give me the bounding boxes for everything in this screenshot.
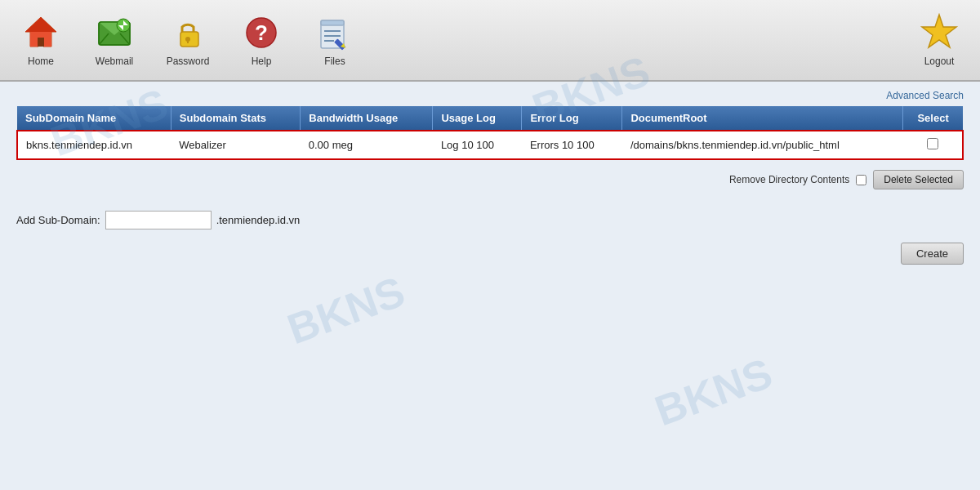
logout-icon: [920, 13, 959, 52]
cell-subdomain-name: bkns.tenmiendep.id.vn: [17, 131, 171, 159]
remove-directory-checkbox[interactable]: [856, 175, 866, 185]
subdomain-table: SubDomain Name Subdomain Stats Bandwidth…: [16, 106, 964, 160]
files-icon: [315, 13, 354, 52]
nav-item-logout[interactable]: Logout: [915, 13, 964, 67]
svg-rect-19: [324, 40, 334, 42]
password-icon: [168, 13, 207, 52]
cell-select[interactable]: [903, 131, 963, 159]
nav-item-help[interactable]: ? Help: [237, 13, 286, 67]
home-label: Home: [28, 56, 54, 67]
create-button[interactable]: Create: [901, 243, 964, 265]
password-label: Password: [167, 56, 210, 67]
home-icon: [21, 13, 60, 52]
subdomain-suffix: .tenmiendep.id.vn: [216, 214, 301, 226]
logout-label: Logout: [924, 56, 955, 67]
row-select-checkbox[interactable]: [927, 138, 938, 149]
cell-usage-log: Log 10 100: [433, 131, 522, 159]
col-usage-log: Usage Log: [433, 106, 522, 131]
top-nav: Home Webmail Password: [0, 0, 980, 82]
create-row: Create: [16, 243, 964, 265]
cell-subdomain-stats: Webalizer: [171, 131, 301, 159]
webmail-icon: [95, 13, 134, 52]
col-subdomain-stats: Subdomain Stats: [171, 106, 301, 131]
svg-marker-22: [922, 15, 956, 47]
col-error-log: Error Log: [522, 106, 622, 131]
svg-rect-4: [38, 38, 44, 47]
help-icon: ?: [242, 13, 281, 52]
svg-text:?: ?: [255, 20, 268, 45]
subdomain-input[interactable]: [105, 211, 212, 229]
nav-item-files[interactable]: Files: [310, 13, 359, 67]
cell-error-log: Errors 10 100: [522, 131, 622, 159]
files-label: Files: [324, 56, 345, 67]
col-bandwidth-usage: Bandwidth Usage: [301, 106, 433, 131]
svg-rect-16: [321, 20, 344, 25]
delete-selected-button[interactable]: Delete Selected: [873, 170, 964, 189]
add-subdomain-label: Add Sub-Domain:: [16, 214, 100, 226]
remove-directory-label: Remove Directory Contents: [729, 174, 849, 185]
webmail-label: Webmail: [96, 56, 133, 67]
add-subdomain-row: Add Sub-Domain: .tenmiendep.id.vn: [16, 206, 964, 234]
svg-rect-18: [324, 35, 341, 37]
help-label: Help: [252, 56, 272, 67]
col-select: Select: [903, 106, 963, 131]
action-row: Remove Directory Contents Delete Selecte…: [16, 165, 964, 194]
svg-marker-3: [25, 17, 56, 32]
nav-item-webmail[interactable]: Webmail: [90, 13, 139, 67]
table-header-row: SubDomain Name Subdomain Stats Bandwidth…: [17, 106, 963, 131]
svg-rect-17: [324, 30, 341, 32]
main-content: Advanced Search SubDomain Name Subdomain…: [0, 82, 980, 490]
cell-document-root: /domains/bkns.tenmiendep.id.vn/public_ht…: [622, 131, 903, 159]
advanced-search-link[interactable]: Advanced Search: [16, 90, 964, 101]
nav-item-home[interactable]: Home: [16, 13, 65, 67]
nav-item-password[interactable]: Password: [163, 13, 212, 67]
svg-rect-12: [187, 39, 189, 43]
cell-bandwidth-usage: 0.00 meg: [301, 131, 433, 159]
col-document-root: DocumentRoot: [622, 106, 903, 131]
table-row: bkns.tenmiendep.id.vn Webalizer 0.00 meg…: [17, 131, 963, 159]
col-subdomain-name: SubDomain Name: [17, 106, 171, 131]
